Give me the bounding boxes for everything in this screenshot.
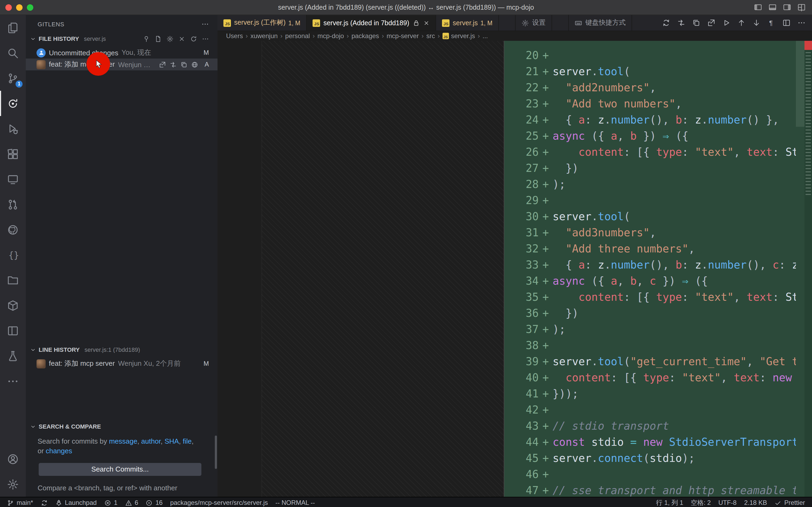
breadcrumb-item[interactable]: mcp-server: [387, 32, 419, 40]
line-number: 33: [511, 257, 539, 273]
pull-requests-icon[interactable]: [0, 192, 26, 217]
breadcrumb-item[interactable]: packages: [351, 32, 379, 40]
open-file-icon[interactable]: [707, 19, 715, 27]
package-icon[interactable]: [0, 293, 26, 318]
file-path-status[interactable]: packages/mcp-server/src/server.js: [167, 499, 272, 506]
history-row[interactable]: Uncommitted changesYou, 现在M: [26, 47, 218, 59]
test-flask-icon[interactable]: [0, 343, 26, 369]
breadcrumb-item[interactable]: ...: [482, 32, 488, 40]
refresh-icon[interactable]: [190, 35, 197, 42]
status-letter-badge: M: [204, 49, 209, 56]
search-hint: Search for commits by message, author, S…: [26, 432, 218, 456]
whitespace-icon[interactable]: ¶: [767, 19, 775, 27]
indentation-status[interactable]: 空格: 2: [687, 498, 715, 507]
source-control-icon[interactable]: 1: [0, 65, 26, 91]
file-history-header[interactable]: FILE HISTORY server.js: [26, 33, 218, 45]
code-line: 40+ content: [{ type: "text", text: new: [511, 370, 796, 386]
search-link[interactable]: changes: [46, 447, 72, 455]
breadcrumb-item[interactable]: xuwenjun: [250, 32, 278, 40]
more-views-icon[interactable]: [0, 369, 26, 394]
more-actions-icon[interactable]: [798, 19, 806, 27]
pin-icon[interactable]: [143, 35, 150, 42]
sidebar-scrollbar[interactable]: [215, 436, 217, 469]
settings-icon[interactable]: [167, 35, 173, 42]
breadcrumb-item[interactable]: personal: [285, 32, 310, 40]
search-link[interactable]: SHA: [165, 437, 179, 445]
breadcrumb-item[interactable]: Users: [226, 32, 243, 40]
history-row[interactable]: feat: 添加 mcp serverWenjun Xu, 2个月前M: [26, 358, 218, 370]
file-size-status[interactable]: 2.18 KB: [740, 499, 771, 506]
code-text: "Add two numbers",: [553, 96, 796, 112]
open-changes-icon[interactable]: [677, 19, 685, 27]
vim-mode-status[interactable]: -- NORMAL --: [272, 499, 319, 506]
next-change-icon[interactable]: [752, 19, 760, 27]
search-link[interactable]: file: [183, 437, 192, 445]
breadcrumb-item[interactable]: mcp-dojo: [317, 32, 344, 40]
folder-library-icon[interactable]: [0, 268, 26, 293]
sidebar-more-button[interactable]: [201, 20, 209, 27]
svg-text:{}: {}: [9, 250, 19, 260]
extensions-icon[interactable]: [0, 141, 26, 167]
editor-scrollbar[interactable]: [796, 41, 805, 127]
branch-status[interactable]: main*: [3, 499, 37, 506]
code-text: }): [553, 305, 796, 321]
remote-explorer-icon[interactable]: [0, 167, 26, 192]
run-debug-icon[interactable]: [0, 116, 26, 141]
search-icon[interactable]: [0, 40, 26, 65]
open-on-remote-icon[interactable]: [191, 61, 198, 68]
copy-sha-icon[interactable]: [180, 61, 187, 68]
tab-keyboard-shortcuts[interactable]: 键盘快捷方式: [568, 15, 632, 31]
change-base-icon[interactable]: [155, 35, 162, 42]
history-row[interactable]: feat: 添加 mcp serverWenjun Xu...A: [26, 59, 218, 70]
search-link[interactable]: author: [141, 437, 161, 445]
open-changes-icon[interactable]: [170, 61, 177, 68]
close-window-button[interactable]: [5, 4, 12, 10]
tab-server-js-worktree[interactable]: JSserver.js (工作树)1, M: [218, 15, 307, 31]
line-history-header[interactable]: LINE HISTORY server.js:1 (7bdd189): [26, 344, 218, 355]
previous-change-icon[interactable]: [737, 19, 745, 27]
account-icon[interactable]: [0, 446, 26, 471]
close-tab-button[interactable]: [423, 19, 429, 26]
github-icon[interactable]: [0, 217, 26, 242]
added-sign: +: [539, 273, 553, 289]
braces-icon[interactable]: {}: [0, 242, 26, 268]
split-editor-icon[interactable]: [782, 19, 791, 27]
launchpad-status[interactable]: Launchpad: [51, 499, 101, 506]
breadcrumb-item[interactable]: JSserver.js: [443, 32, 475, 40]
info-count-status[interactable]: 16: [142, 499, 167, 506]
code-area[interactable]: 20+21+server.tool(22+ "add2numbers",23+ …: [504, 41, 796, 497]
toggle-primary-sidebar-icon[interactable]: [754, 3, 762, 11]
pull-requests-icon: [7, 199, 19, 210]
settings-gear-icon[interactable]: [0, 471, 26, 497]
close-icon[interactable]: [178, 35, 185, 42]
copy-icon[interactable]: [692, 19, 700, 27]
explorer-icon[interactable]: [0, 15, 26, 40]
more-icon[interactable]: [202, 35, 209, 42]
split-layout-icon[interactable]: [0, 318, 26, 343]
breadcrumb-item[interactable]: src: [426, 32, 435, 40]
zoom-window-button[interactable]: [27, 4, 33, 10]
sync-status[interactable]: [37, 499, 51, 506]
encoding-status[interactable]: UTF-8: [714, 499, 740, 506]
warnings-status[interactable]: 6: [121, 499, 142, 506]
formatter-status[interactable]: Prettier: [771, 499, 809, 506]
customize-layout-icon[interactable]: [798, 3, 806, 11]
compare-with-icon[interactable]: [662, 19, 670, 27]
toggle-panel-icon[interactable]: [768, 3, 776, 11]
toggle-secondary-sidebar-icon[interactable]: [783, 3, 791, 11]
minimap[interactable]: [805, 41, 812, 497]
tab-server-js-added[interactable]: JSserver.js (Added in 7bdd189): [307, 15, 436, 31]
minimize-window-button[interactable]: [16, 4, 22, 10]
search-compare-header[interactable]: SEARCH & COMPARE: [26, 420, 218, 432]
search-commits-button[interactable]: Search Commits...: [39, 463, 201, 476]
open-file-icon[interactable]: [159, 61, 166, 68]
run-icon[interactable]: [722, 19, 731, 27]
errors-status[interactable]: 1: [101, 499, 121, 506]
search-link[interactable]: message: [109, 437, 137, 445]
tab-settings[interactable]: 设置: [515, 15, 552, 31]
code-line: 42+: [511, 402, 796, 418]
gitlens-icon[interactable]: [0, 91, 26, 116]
commit-meta: Wenjun Xu, 2个月前: [118, 359, 181, 369]
tab-server-js[interactable]: JSserver.js1, M: [436, 15, 499, 31]
cursor-position-status[interactable]: 行 1, 列 1: [652, 498, 687, 507]
